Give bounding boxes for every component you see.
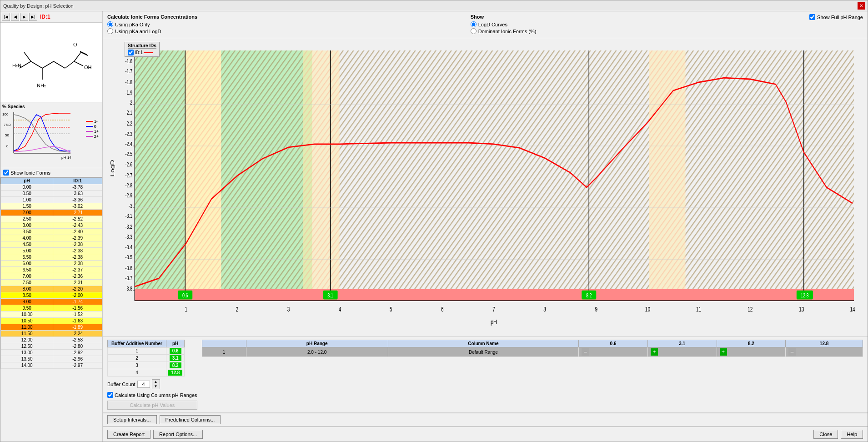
svg-text:pH: pH [61, 156, 66, 160]
nav-next-button[interactable]: ▶ [20, 13, 28, 21]
table-cell-ph: 4.00 [1, 235, 53, 241]
svg-text:-3.6: -3.6 [125, 265, 133, 271]
svg-text:-3.4: -3.4 [125, 244, 133, 250]
table-cell-val: -3.36 [53, 197, 102, 203]
range-row-v3: + [717, 347, 786, 357]
table-cell-ph: 11.00 [1, 324, 53, 331]
table-cell-val: -2.58 [53, 337, 102, 343]
left-panel: |◀ ◀ ▶ ▶| ID:1 [0, 11, 103, 442]
svg-text:13: 13 [799, 306, 804, 313]
svg-text:-2.6: -2.6 [125, 161, 133, 167]
dominant-ionic-option[interactable]: Dominant Ionic Forms (%) [471, 28, 537, 34]
title-bar: Quality by Design: pH Selection ✕ [0, 0, 868, 11]
show-group: Show LogD Curves Dominant Ionic Forms (%… [471, 14, 537, 35]
table-cell-val: -1.89 [53, 324, 102, 331]
svg-text:5: 5 [390, 306, 392, 313]
ph-range-col-06: 0.6 [579, 340, 648, 347]
predefined-columns-button[interactable]: Predefined Columns... [160, 415, 221, 424]
svg-text:0: 0 [6, 144, 9, 148]
svg-line-1 [31, 61, 42, 68]
create-report-button[interactable]: Create Report [107, 430, 151, 439]
structure-id-checkbox[interactable] [128, 50, 134, 55]
setup-intervals-button[interactable]: Setup Intervals... [107, 415, 157, 424]
show-ionic-forms-checkbox[interactable] [3, 170, 9, 176]
svg-text:-1.9: -1.9 [125, 89, 133, 95]
ph-range-col-82: 8.2 [717, 340, 786, 347]
table-row: 1 2.0 - 12.0 Default Range – + [202, 347, 863, 357]
nav-first-button[interactable]: |◀ [2, 13, 10, 21]
nav-last-button[interactable]: ▶| [29, 13, 37, 21]
calc-using-label-row[interactable]: Calculate Using Columns pH Ranges [107, 392, 197, 398]
show-full-range-checkbox[interactable] [809, 14, 815, 20]
table-cell-val: -2.36 [53, 273, 102, 280]
svg-text:12: 12 [748, 306, 753, 313]
svg-text:-2.4: -2.4 [125, 141, 133, 147]
molecule-svg: O OH H₂N NH₂ [6, 27, 97, 98]
id-label: ID:1 [40, 14, 50, 20]
show-ionic-forms-label: Show Ionic Forms [10, 170, 50, 176]
table-cell-val: -2.31 [53, 280, 102, 286]
range-plus-btn-2[interactable]: + [651, 348, 658, 356]
pka-only-radio[interactable] [107, 21, 113, 27]
svg-rect-32 [135, 50, 185, 296]
svg-line-6 [80, 51, 87, 55]
buffer-section: Buffer Additive Number pH 10.623.138.241… [103, 337, 868, 413]
pka-logd-option[interactable]: Using pKa and LogD [107, 28, 197, 34]
table-cell-val: -2.97 [53, 362, 102, 369]
svg-text:-3.7: -3.7 [125, 275, 133, 281]
show-group-title: Show [471, 14, 537, 20]
close-button[interactable]: Close [813, 430, 838, 439]
window-close-button[interactable]: ✕ [858, 2, 865, 10]
spinner-up-button[interactable]: ▲ [152, 380, 160, 384]
svg-text:pH: pH [491, 318, 497, 326]
svg-text:12.8: 12.8 [801, 292, 809, 299]
range-minus-btn-1[interactable]: – [582, 348, 589, 356]
svg-line-5 [74, 52, 81, 61]
buffer-row-ph: 12.8 [166, 369, 184, 377]
table-cell-ph: 12.50 [1, 343, 53, 350]
spinner-down-button[interactable]: ▼ [152, 384, 160, 389]
table-cell-ph: 5.50 [1, 254, 53, 261]
pka-logd-radio[interactable] [107, 28, 113, 34]
svg-text:-3.5: -3.5 [125, 254, 133, 261]
buffer-row-num: 4 [108, 369, 166, 377]
range-plus-btn-3[interactable]: + [720, 348, 727, 356]
buffer-count-spinner: ▲ ▼ [152, 379, 160, 389]
buffer-count-input[interactable] [137, 381, 150, 388]
show-full-range-option[interactable]: Show Full pH Range [809, 14, 863, 20]
range-minus-btn-4[interactable]: – [788, 348, 796, 356]
range-row-name: Default Range [388, 347, 579, 357]
dominant-ionic-radio[interactable] [471, 28, 477, 34]
report-options-button[interactable]: Report Options... [153, 430, 203, 439]
svg-text:H₂N: H₂N [12, 63, 21, 68]
pka-only-option[interactable]: Using pKa Only [107, 21, 197, 27]
table-cell-ph: 10.00 [1, 311, 53, 318]
buffer-ph-header: pH [166, 340, 184, 347]
svg-text:NH₂: NH₂ [37, 83, 46, 88]
svg-text:-3.8: -3.8 [125, 285, 133, 291]
calc-ph-values-button[interactable]: Calculate pH Values [107, 401, 197, 410]
svg-text:11: 11 [696, 306, 701, 313]
svg-text:6: 6 [441, 306, 444, 313]
logd-curves-radio[interactable] [471, 21, 477, 27]
svg-text:-2: -2 [129, 99, 132, 105]
svg-text:10: 10 [645, 306, 650, 313]
chart-area: Structure IDs ID:1 [103, 38, 868, 337]
calc-using-checkbox[interactable] [107, 392, 113, 398]
table-cell-ph: 2.50 [1, 216, 53, 222]
help-button[interactable]: Help [841, 430, 863, 439]
show-ionic-forms-row: Show Ionic Forms [0, 168, 102, 177]
ph-range-col-31: 3.1 [647, 340, 717, 347]
bottom-buttons-left: Create Report Report Options... [107, 430, 203, 439]
logd-curves-option[interactable]: LogD Curves [471, 21, 537, 27]
table-cell-val: -2.80 [53, 343, 102, 350]
svg-text:4: 4 [339, 306, 341, 313]
table-cell-val: -3.02 [53, 203, 102, 210]
table-cell-val: -2.43 [53, 222, 102, 229]
table-cell-ph: 11.50 [1, 331, 53, 337]
buffer-num-header: Buffer Additive Number [108, 340, 166, 347]
svg-text:-2.7: -2.7 [125, 172, 133, 178]
nav-prev-button[interactable]: ◀ [11, 13, 19, 21]
table-cell-val: -1.63 [53, 318, 102, 324]
svg-text:3: 3 [287, 306, 290, 313]
